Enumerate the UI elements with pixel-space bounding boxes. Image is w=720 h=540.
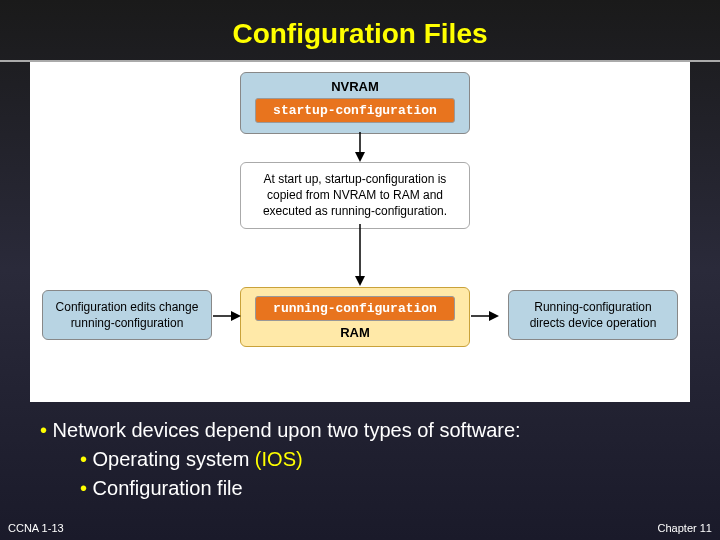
bullet-sub-1-text: Operating system xyxy=(93,448,255,470)
arrow-down-icon xyxy=(354,132,366,162)
arrow-right-icon xyxy=(213,310,241,322)
bullet-list: Network devices depend upon two types of… xyxy=(0,402,720,503)
nvram-box: NVRAM startup-configuration xyxy=(240,72,470,134)
svg-marker-3 xyxy=(355,276,365,286)
svg-marker-7 xyxy=(489,311,499,321)
left-caption-box: Configuration edits change running-confi… xyxy=(42,290,212,340)
arrow-right-icon xyxy=(471,310,499,322)
startup-config-label: startup-configuration xyxy=(255,98,455,123)
ram-box: running-configuration RAM xyxy=(240,287,470,347)
arrow-down-icon xyxy=(354,224,366,286)
diagram-area: NVRAM startup-configuration At start up,… xyxy=(30,62,690,402)
bullet-sub-1: Operating system (IOS) xyxy=(40,445,680,474)
bullet-main: Network devices depend upon two types of… xyxy=(40,416,680,445)
footer-right: Chapter 11 xyxy=(658,522,712,534)
svg-marker-5 xyxy=(231,311,241,321)
svg-marker-1 xyxy=(355,152,365,162)
bullet-sub-2: Configuration file xyxy=(40,474,680,503)
nvram-label: NVRAM xyxy=(251,79,459,94)
ios-highlight: (IOS) xyxy=(255,448,303,470)
page-title: Configuration Files xyxy=(0,0,720,60)
footer-left: CCNA 1-13 xyxy=(8,522,64,534)
running-config-label: running-configuration xyxy=(255,296,455,321)
ram-label: RAM xyxy=(251,325,459,340)
explanation-box: At start up, startup-configuration is co… xyxy=(240,162,470,229)
right-caption-box: Running-configuration directs device ope… xyxy=(508,290,678,340)
